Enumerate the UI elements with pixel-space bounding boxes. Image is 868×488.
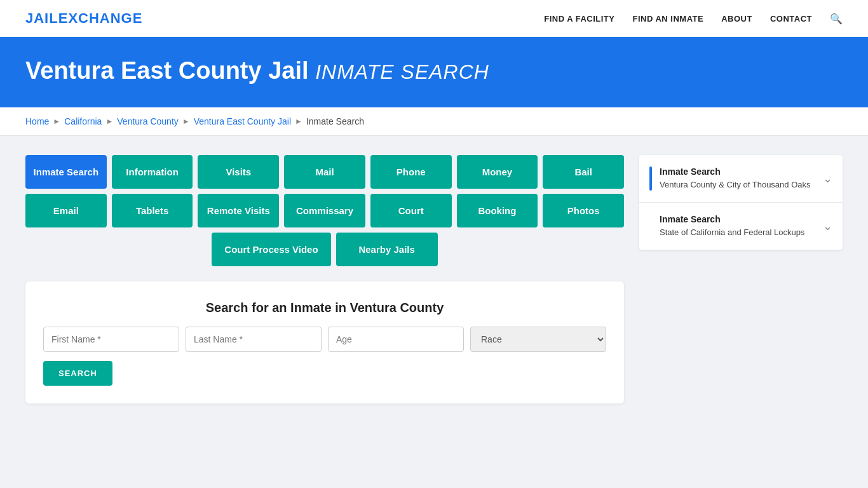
- nav-links: FIND A FACILITY FIND AN INMATE ABOUT CON…: [544, 13, 843, 25]
- tab-court[interactable]: Court: [370, 194, 452, 227]
- tab-bail[interactable]: Bail: [543, 155, 624, 189]
- breadcrumb-home[interactable]: Home: [25, 116, 49, 126]
- tab-visits[interactable]: Visits: [198, 155, 279, 189]
- age-input[interactable]: [328, 327, 464, 352]
- search-fields-row: Race White Black Hispanic Asian Other: [43, 327, 606, 352]
- main-area: Inmate Search Information Visits Mail Ph…: [0, 136, 868, 423]
- logo-part2: E: [58, 10, 69, 26]
- tab-phone[interactable]: Phone: [370, 155, 452, 189]
- tab-commissary[interactable]: Commissary: [284, 194, 365, 227]
- logo-part3: XCHANGE: [68, 10, 142, 26]
- hero-banner: Ventura East County Jail INMATE SEARCH: [0, 38, 868, 107]
- sidebar-item-left-2: Inmate Search State of California and Fe…: [649, 214, 804, 238]
- logo-part1: JAIL: [25, 10, 58, 26]
- sidebar-item-1-title: Inmate Search: [660, 166, 811, 177]
- nav-find-facility[interactable]: FIND A FACILITY: [544, 14, 614, 24]
- tab-photos[interactable]: Photos: [543, 194, 624, 227]
- tab-nearby-jails[interactable]: Nearby Jails: [336, 233, 438, 266]
- tabs-row-1: Inmate Search Information Visits Mail Ph…: [25, 155, 624, 189]
- tabs-row-2: Email Tablets Remote Visits Commissary C…: [25, 194, 624, 227]
- sidebar-text-1: Inmate Search Ventura County & City of T…: [660, 166, 811, 191]
- sidebar-card: Inmate Search Ventura County & City of T…: [639, 155, 843, 250]
- tab-tablets[interactable]: Tablets: [112, 194, 193, 227]
- breadcrumb-current: Inmate Search: [306, 116, 364, 126]
- right-sidebar: Inmate Search Ventura County & City of T…: [639, 155, 843, 250]
- sidebar-item-2-subtitle: State of California and Federal Lockups: [660, 227, 804, 237]
- sidebar-item-california[interactable]: Inmate Search State of California and Fe…: [639, 203, 843, 250]
- tabs-row-3: Court Process Video Nearby Jails: [25, 233, 624, 266]
- breadcrumb-sep-2: ►: [105, 117, 113, 126]
- race-select[interactable]: Race White Black Hispanic Asian Other: [470, 327, 606, 352]
- sidebar-spacer: [649, 214, 652, 238]
- nav-about[interactable]: ABOUT: [721, 14, 752, 24]
- breadcrumb-sep-3: ►: [182, 117, 190, 126]
- sidebar-item-1-subtitle: Ventura County & City of Thousand Oaks: [660, 180, 811, 189]
- search-icon[interactable]: 🔍: [830, 13, 843, 25]
- tab-money[interactable]: Money: [457, 155, 538, 189]
- tab-inmate-search[interactable]: Inmate Search: [25, 155, 107, 189]
- sidebar-item-left-1: Inmate Search Ventura County & City of T…: [649, 166, 811, 191]
- tab-information[interactable]: Information: [112, 155, 193, 189]
- search-form-title: Search for an Inmate in Ventura County: [43, 301, 606, 315]
- tab-court-process-video[interactable]: Court Process Video: [212, 233, 330, 266]
- search-form: Search for an Inmate in Ventura County R…: [25, 281, 624, 403]
- breadcrumb-ventura-east[interactable]: Ventura East County Jail: [194, 116, 291, 126]
- breadcrumb: Home ► California ► Ventura County ► Ven…: [0, 107, 868, 136]
- left-column: Inmate Search Information Visits Mail Ph…: [25, 155, 624, 403]
- nav-contact[interactable]: CONTACT: [770, 14, 812, 24]
- sidebar-item-ventura[interactable]: Inmate Search Ventura County & City of T…: [639, 155, 843, 203]
- breadcrumb-california[interactable]: California: [64, 116, 102, 126]
- nav-find-inmate[interactable]: FIND AN INMATE: [632, 14, 703, 24]
- tab-booking[interactable]: Booking: [457, 194, 538, 227]
- navbar: JAILEXCHANGE FIND A FACILITY FIND AN INM…: [0, 0, 868, 38]
- breadcrumb-sep-4: ►: [295, 117, 302, 126]
- search-button[interactable]: SEARCH: [43, 361, 112, 386]
- breadcrumb-sep-1: ►: [53, 117, 60, 126]
- tabs-grid: Inmate Search Information Visits Mail Ph…: [25, 155, 624, 266]
- logo[interactable]: JAILEXCHANGE: [25, 10, 142, 27]
- sidebar-item-2-title: Inmate Search: [660, 214, 804, 224]
- page-title: Ventura East County Jail INMATE SEARCH: [25, 57, 843, 85]
- tab-mail[interactable]: Mail: [284, 155, 365, 189]
- hero-title-main: Ventura East County Jail: [25, 57, 309, 84]
- first-name-input[interactable]: [43, 327, 179, 352]
- tab-email[interactable]: Email: [25, 194, 107, 227]
- chevron-down-icon-1: ⌄: [823, 172, 832, 186]
- sidebar-accent-bar: [649, 166, 652, 191]
- hero-title-italic: INMATE SEARCH: [315, 60, 489, 83]
- tab-remote-visits[interactable]: Remote Visits: [198, 194, 279, 227]
- sidebar-text-2: Inmate Search State of California and Fe…: [660, 214, 804, 238]
- chevron-down-icon-2: ⌄: [823, 219, 832, 233]
- last-name-input[interactable]: [186, 327, 322, 352]
- breadcrumb-ventura-county[interactable]: Ventura County: [117, 116, 179, 126]
